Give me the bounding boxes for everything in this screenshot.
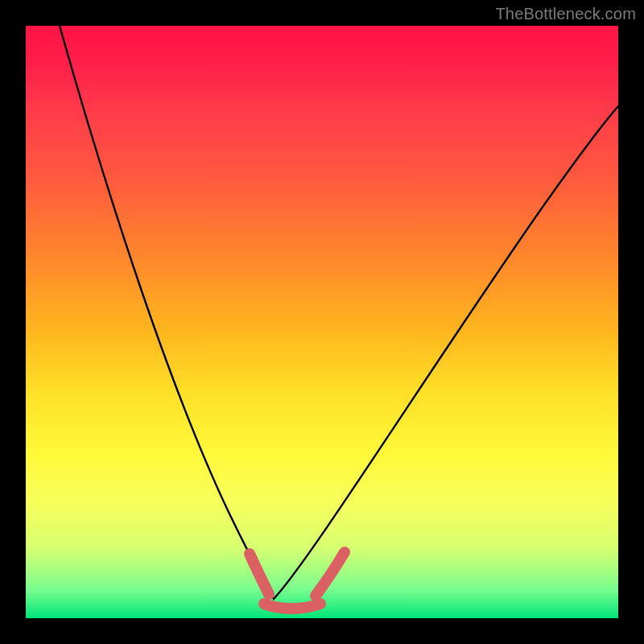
threshold-band-bottom — [264, 604, 320, 609]
chart-frame: TheBottleneck.com — [0, 0, 644, 644]
threshold-band-left — [250, 554, 269, 594]
chart-svg — [26, 26, 618, 618]
threshold-band-right — [316, 552, 345, 596]
watermark-text: TheBottleneck.com — [495, 5, 636, 23]
curve-line — [60, 26, 618, 599]
